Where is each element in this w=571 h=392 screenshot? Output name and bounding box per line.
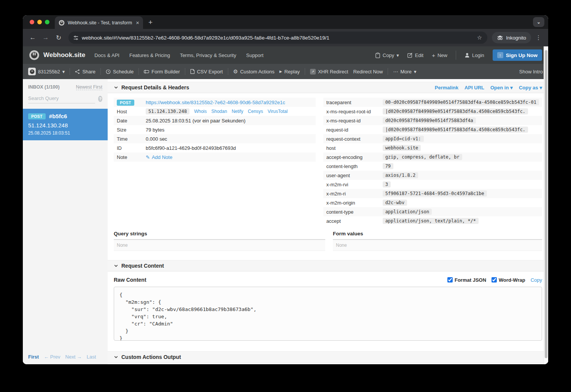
format-json-input[interactable] xyxy=(447,277,453,282)
bookmark-star-icon[interactable]: ☆ xyxy=(474,34,485,41)
app-body: INBOX (1/100) Newest First ? POST #b5fc6… xyxy=(23,79,548,364)
share-button[interactable]: Share xyxy=(75,69,95,75)
header-row: traceparent00-d020c09587f849989e0514f758… xyxy=(323,98,542,107)
tab-search-button[interactable]: ⌄ xyxy=(533,17,544,27)
sign-up-button[interactable]: ↑ Sign Up Now xyxy=(493,49,542,61)
raw-content-json: { "m2m:sgn": { "sur": "d2c-wbv/68ac89661… xyxy=(119,291,536,341)
header-name: content-length xyxy=(326,163,383,169)
new-tab-button[interactable]: + xyxy=(148,18,153,27)
header-row: user-agentaxios/1.8.2 xyxy=(323,171,542,180)
incognito-icon xyxy=(497,35,503,40)
browser-menu-button[interactable]: ⋮ xyxy=(533,34,544,41)
format-json-checkbox[interactable]: Format JSON xyxy=(447,277,486,283)
sort-toggle[interactable]: Newest First xyxy=(76,84,102,90)
pagination-prev[interactable]: ← Prev xyxy=(44,354,60,360)
nav-docs-api[interactable]: Docs & API xyxy=(94,52,119,58)
section-request-details[interactable]: Request Details & Headers Permalink API … xyxy=(108,82,548,93)
header-name: user-agent xyxy=(326,173,383,178)
external-link-icon: ↗ xyxy=(310,69,316,75)
table-row: Size 79 bytes xyxy=(114,125,316,134)
add-note-label: Add Note xyxy=(152,154,172,160)
nav-support[interactable]: Support xyxy=(246,52,264,58)
scrollbar-thumb[interactable] xyxy=(545,50,547,358)
open-in-dropdown[interactable]: Open in▾ xyxy=(490,85,513,90)
header-value: 5f906187-5721-4684-95d3-0c4597a8c1be xyxy=(383,190,487,197)
word-wrap-input[interactable] xyxy=(491,277,497,282)
form-values-title: Form values xyxy=(333,231,542,240)
netify-link[interactable]: Netify xyxy=(232,109,243,114)
raw-content-box[interactable]: { "m2m:sgn": { "sur": "d2c-wbv/68ac89661… xyxy=(114,287,542,341)
virustotal-link[interactable]: VirusTotal xyxy=(268,109,288,114)
header-value: gzip, compress, deflate, br xyxy=(383,154,462,160)
show-intro-link[interactable]: Show Intro xyxy=(519,69,543,75)
page-scrollbar[interactable] xyxy=(544,46,548,364)
site-settings-icon[interactable] xyxy=(73,35,79,41)
forward-button[interactable]: → xyxy=(40,34,51,41)
header-row: x-ms-request-idd020c09587f849989e0514f75… xyxy=(323,116,542,125)
permalink-link[interactable]: Permalink xyxy=(435,85,458,90)
table-row: Date 25.08.2025 18:03:51 (vor ein paar S… xyxy=(114,116,316,125)
copy-as-dropdown[interactable]: Copy as▾ xyxy=(519,85,542,90)
pagination-next[interactable]: Next → xyxy=(65,354,82,360)
close-window-button[interactable] xyxy=(30,20,34,24)
nav-terms-privacy-security[interactable]: Terms, Privacy & Security xyxy=(180,52,236,58)
login-button[interactable]: Login xyxy=(464,52,484,58)
query-strings-title: Query strings xyxy=(114,231,325,240)
edit-label: Edit xyxy=(415,52,423,58)
search-input[interactable] xyxy=(28,94,95,103)
copy-dropdown[interactable]: Copy ▾ xyxy=(375,52,399,58)
reload-button[interactable]: ↻ xyxy=(53,34,64,42)
chevron-down-icon xyxy=(114,263,118,268)
browser-tab[interactable]: Webhook.site - Test, transform × xyxy=(55,16,143,29)
redirect-now-label: Redirect Now xyxy=(353,69,383,75)
back-button[interactable]: ← xyxy=(27,34,38,41)
header-value: d2c-wbv xyxy=(383,200,407,206)
shodan-link[interactable]: Shodan xyxy=(212,109,227,114)
replay-button[interactable]: ▶ Replay xyxy=(280,69,300,75)
query-strings-empty: None xyxy=(114,240,325,251)
help-icon[interactable]: ? xyxy=(98,96,102,102)
request-list-item[interactable]: POST #b5fc6 51.124.130.248 25.08.2025 18… xyxy=(23,109,108,140)
site-toolbar: 831255b2 ▾ Share Schedule Form Builder C… xyxy=(23,64,548,79)
section-request-content[interactable]: Request Content xyxy=(108,260,548,271)
caret-down-icon: ▾ xyxy=(62,69,65,75)
header-value: 79 xyxy=(383,163,393,169)
header-divider xyxy=(456,51,456,60)
minimize-window-button[interactable] xyxy=(37,20,42,24)
new-button[interactable]: + New xyxy=(432,52,447,59)
schedule-label: Schedule xyxy=(113,69,134,75)
xhr-redirect-button[interactable]: ↗ XHR Redirect xyxy=(310,69,348,75)
tab-close-icon[interactable]: × xyxy=(136,19,139,26)
pagination-first[interactable]: First xyxy=(28,354,39,360)
schedule-button[interactable]: Schedule xyxy=(106,69,134,75)
edit-button[interactable]: Edit xyxy=(407,52,423,58)
csv-export-button[interactable]: CSV Export xyxy=(190,69,223,75)
custom-actions-button[interactable]: ⚙ Custom Actions xyxy=(233,69,275,75)
whois-link[interactable]: Whois xyxy=(194,109,207,114)
chevron-down-icon xyxy=(114,355,118,359)
brand-name[interactable]: Webhook.site xyxy=(43,51,85,59)
header-value: application/json, text/plain, */* xyxy=(383,218,479,224)
censys-link[interactable]: Censys xyxy=(248,109,263,114)
api-url-link[interactable]: API URL xyxy=(464,85,484,90)
copy-content-link[interactable]: Copy xyxy=(531,277,542,283)
token-dropdown[interactable]: 831255b2 ▾ xyxy=(28,68,65,75)
redirect-now-button[interactable]: Redirect Now xyxy=(353,69,383,75)
more-dropdown[interactable]: ⋯ More ▾ xyxy=(393,69,416,75)
request-url-link[interactable]: https://webhook.site/831255b2-7e62-4608-… xyxy=(146,100,285,105)
id-value: b5fc6f90-a121-4629-bd0f-82493b67693d xyxy=(146,145,236,151)
word-wrap-checkbox[interactable]: Word-Wrap xyxy=(491,277,525,283)
date-label: Date xyxy=(117,118,146,124)
form-builder-button[interactable]: Form Builder xyxy=(144,69,180,75)
header-row: content-typeapplication/json xyxy=(323,207,542,216)
header-name: content-type xyxy=(326,209,383,215)
nav-features-pricing[interactable]: Features & Pricing xyxy=(129,52,170,58)
address-bar[interactable]: webhook.site/#!/view/831255b2-7e62-4608-… xyxy=(68,32,487,44)
permalink-label: Permalink xyxy=(435,85,458,90)
url-text[interactable]: webhook.site/#!/view/831255b2-7e62-4608-… xyxy=(82,35,471,41)
pagination-last[interactable]: Last xyxy=(87,354,96,360)
request-date: 25.08.2025 18:03:51 xyxy=(28,130,102,136)
add-note-link[interactable]: ✎ Add Note xyxy=(146,154,172,160)
maximize-window-button[interactable] xyxy=(45,20,49,24)
section-custom-actions-output[interactable]: Custom Actions Output xyxy=(108,351,548,363)
